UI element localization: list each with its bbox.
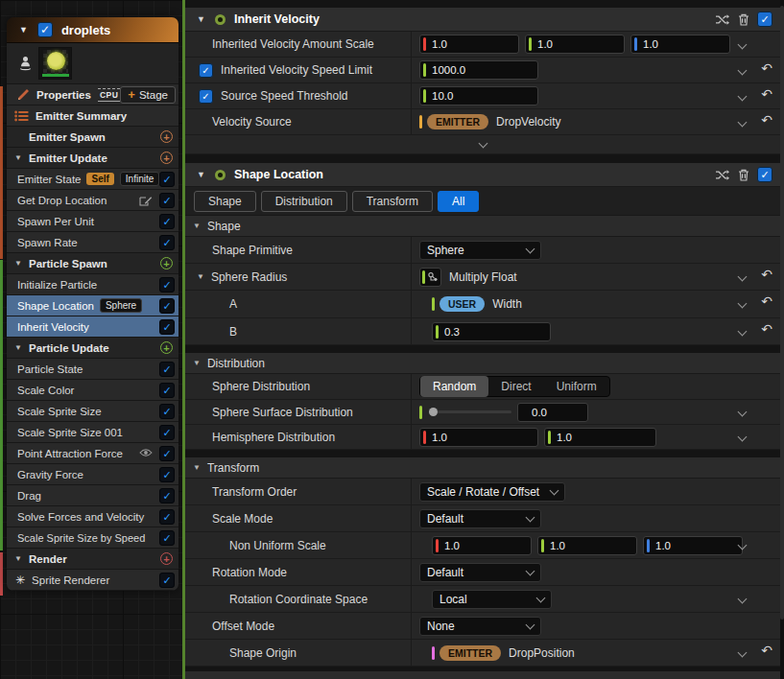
stack-group-particle-spawn[interactable]: ▼ Particle Spawn + — [7, 253, 178, 274]
stack-row-drag[interactable]: Drag ✓ — [7, 485, 178, 506]
module-enabled-checkbox[interactable]: ✓ — [159, 298, 175, 314]
surface-distribution-slider[interactable] — [429, 410, 511, 413]
module-enabled-checkbox[interactable]: ✓ — [757, 167, 772, 182]
stack-row-spawn-rate[interactable]: Spawn Rate ✓ — [7, 232, 178, 253]
tab-distribution[interactable]: Distribution — [261, 191, 347, 212]
section-distribution[interactable]: ▼ Distribution — [185, 353, 780, 374]
param-enabled-checkbox[interactable]: ✓ — [199, 63, 213, 78]
tab-transform[interactable]: Transform — [352, 191, 433, 212]
rotation-coordinate-space-dropdown[interactable]: Local — [432, 590, 552, 609]
module-enabled-checkbox[interactable]: ✓ — [159, 573, 175, 588]
value-mode-chevron-icon[interactable] — [738, 648, 748, 658]
module-enabled-checkbox[interactable]: ✓ — [757, 12, 772, 27]
module-enabled-checkbox[interactable]: ✓ — [159, 446, 175, 461]
stack-row-solve-forces-and-velocity[interactable]: Solve Forces and Velocity ✓ — [7, 506, 178, 527]
module-enabled-checkbox[interactable]: ✓ — [159, 425, 175, 440]
module-enabled-checkbox[interactable]: ✓ — [159, 277, 175, 293]
module-enabled-checkbox[interactable]: ✓ — [159, 193, 175, 208]
param-enabled-checkbox[interactable]: ✓ — [199, 89, 213, 104]
value-mode-chevron-icon[interactable] — [738, 66, 748, 76]
value-mode-chevron-icon[interactable] — [738, 408, 748, 417]
scale-z-input[interactable]: 1.0 — [643, 536, 743, 555]
module-enabled-checkbox[interactable]: ✓ — [159, 362, 175, 377]
scale-x-input[interactable]: 1.0 — [432, 536, 532, 555]
stack-row-initialize-particle[interactable]: Initialize Particle ✓ — [7, 274, 178, 295]
slider-handle[interactable] — [429, 408, 438, 416]
section-transform[interactable]: ▼ Transform — [185, 457, 780, 479]
add-renderer-icon[interactable]: + — [160, 552, 173, 565]
threshold-input[interactable]: 10.0 — [419, 86, 538, 105]
reset-to-default-icon[interactable]: ↶ — [761, 267, 772, 282]
module-enabled-checkbox[interactable]: ✓ — [159, 319, 175, 335]
stack-row-sprite-renderer[interactable]: ✳ Sprite Renderer ✓ — [7, 570, 178, 591]
delete-module-icon[interactable] — [738, 13, 749, 26]
collapse-triangle-icon[interactable]: ▼ — [19, 25, 28, 35]
emitter-node-header[interactable]: ▼ ✓ droplets — [7, 17, 178, 43]
value-mode-chevron-icon[interactable] — [738, 299, 748, 309]
randomize-icon[interactable] — [715, 13, 730, 26]
module-enabled-checkbox[interactable]: ✓ — [159, 172, 175, 187]
stack-row-scale-sprite-size-001[interactable]: Scale Sprite Size 001 ✓ — [7, 422, 178, 443]
stack-group-particle-update[interactable]: ▼ Particle Update + — [7, 338, 178, 359]
stack-row-inherit-velocity[interactable]: Inherit Velocity ✓ — [7, 316, 178, 338]
delete-module-icon[interactable] — [738, 169, 749, 181]
inspector-scrollbar[interactable] — [780, 0, 784, 679]
speed-limit-input[interactable]: 1000.0 — [419, 60, 538, 80]
scale-mode-dropdown[interactable]: Default — [419, 509, 541, 528]
stack-row-shape-location[interactable]: Shape Location Sphere ✓ — [7, 295, 178, 316]
module-enabled-checkbox[interactable]: ✓ — [159, 467, 175, 482]
stack-row-scale-color[interactable]: Scale Color ✓ — [7, 380, 178, 401]
scale-y-input[interactable]: 1.0 — [537, 536, 637, 555]
tab-all[interactable]: All — [438, 191, 479, 212]
eye-icon[interactable] — [139, 448, 153, 457]
module-enabled-checkbox[interactable]: ✓ — [159, 530, 175, 546]
module-enabled-checkbox[interactable]: ✓ — [159, 383, 175, 398]
vector-z-input[interactable]: 1.0 — [630, 35, 730, 54]
stack-row-emitter-summary[interactable]: Emitter Summary — [7, 105, 178, 127]
section-shape[interactable]: ▼ Shape — [185, 216, 780, 237]
stack-row-scale-sprite-size[interactable]: Scale Sprite Size ✓ — [7, 401, 178, 422]
add-module-icon[interactable]: + — [160, 341, 173, 354]
stack-row-particle-state[interactable]: Particle State ✓ — [7, 359, 178, 380]
stack-row-point-attraction-force[interactable]: Point Attraction Force ✓ — [7, 443, 178, 464]
value-mode-chevron-icon[interactable] — [738, 118, 748, 128]
offset-mode-dropdown[interactable]: None — [419, 617, 541, 636]
add-module-icon[interactable]: + — [160, 130, 173, 143]
value-mode-chevron-icon[interactable] — [738, 40, 748, 50]
stack-group-render[interactable]: ▼ Render + — [7, 549, 178, 570]
hemisphere-y-input[interactable]: 1.0 — [544, 428, 656, 447]
module-enabled-checkbox[interactable]: ✓ — [159, 235, 175, 250]
module-enabled-checkbox[interactable]: ✓ — [159, 404, 175, 419]
vector-y-input[interactable]: 1.0 — [525, 35, 625, 54]
expand-triangle-icon[interactable]: ▼ — [14, 259, 23, 268]
emitter-thumbnail[interactable] — [38, 47, 72, 80]
b-value-input[interactable]: 0.3 — [432, 322, 551, 341]
segment-uniform[interactable]: Uniform — [544, 376, 609, 397]
collapse-triangle-icon[interactable]: ▼ — [197, 170, 205, 179]
reset-to-default-icon[interactable]: ↶ — [761, 86, 772, 102]
scrollbar-thumb[interactable] — [780, 6, 784, 620]
dynamic-input-icon[interactable] — [419, 268, 441, 287]
stack-row-properties[interactable]: Properties CPU +Stage — [7, 84, 178, 105]
value-mode-chevron-icon[interactable] — [738, 92, 748, 102]
reset-to-default-icon[interactable]: ↶ — [761, 643, 772, 658]
surface-distribution-value[interactable]: 0.0 — [517, 403, 588, 422]
module-enabled-checkbox[interactable]: ✓ — [159, 488, 175, 503]
shape-primitive-dropdown[interactable]: Sphere — [419, 241, 541, 260]
reset-to-default-icon[interactable]: ↶ — [761, 60, 772, 76]
module-enabled-checkbox[interactable]: ✓ — [159, 214, 175, 229]
tab-shape[interactable]: Shape — [194, 191, 256, 212]
reset-to-default-icon[interactable]: ↶ — [761, 112, 772, 128]
segment-random[interactable]: Random — [420, 376, 488, 397]
expand-triangle-icon[interactable]: ▼ — [14, 153, 23, 162]
value-mode-chevron-icon[interactable] — [738, 595, 748, 604]
stack-group-emitter-update[interactable]: ▼ Emitter Update + — [7, 148, 178, 169]
stack-row-get-drop-location[interactable]: Get Drop Location ✓ — [7, 190, 178, 211]
value-mode-chevron-icon[interactable] — [738, 433, 748, 442]
expand-triangle-icon[interactable]: ▼ — [14, 343, 23, 352]
collapse-triangle-icon[interactable]: ▼ — [197, 14, 205, 24]
segment-direct[interactable]: Direct — [488, 376, 543, 397]
transform-order-dropdown[interactable]: Scale / Rotate / Offset — [419, 482, 565, 502]
stack-row-scale-sprite-size-by-speed[interactable]: Scale Sprite Size by Speed ✓ — [7, 527, 178, 549]
reset-to-default-icon[interactable]: ↶ — [761, 321, 772, 337]
